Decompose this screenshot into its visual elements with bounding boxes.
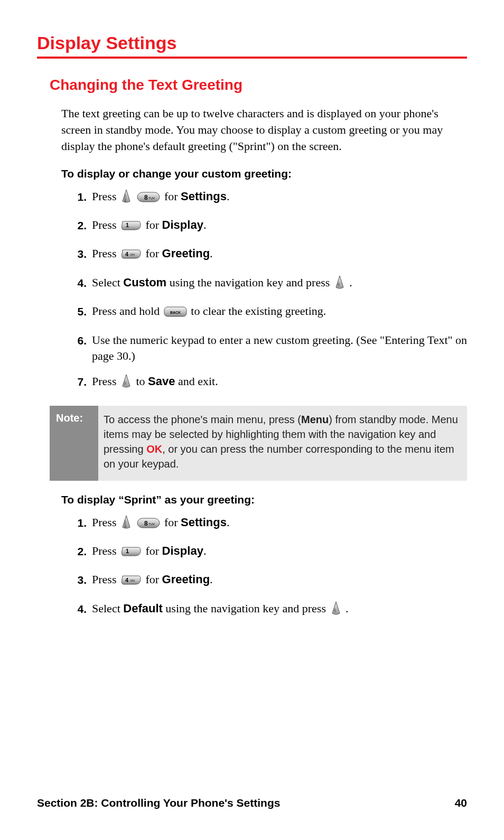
step-text: for <box>145 247 162 260</box>
key-8-icon: 8TUV <box>137 191 160 208</box>
step-target: Greeting <box>162 573 210 586</box>
step-number: 5. <box>71 303 87 320</box>
step-text: for <box>164 190 181 203</box>
step-text: Press and hold <box>92 304 163 318</box>
svg-text:4: 4 <box>125 577 129 583</box>
svg-text:BACK: BACK <box>170 311 181 314</box>
step-text: for <box>145 573 162 586</box>
step-text: to <box>136 375 148 388</box>
step-target: Settings <box>181 190 227 203</box>
key-4-icon: 4GHI <box>120 248 142 265</box>
step-target: Display <box>162 218 203 231</box>
step-word: Save <box>148 375 175 388</box>
step-text: Press <box>92 573 119 586</box>
step-text: using the navigation key and press <box>170 276 333 289</box>
step-number: 3. <box>71 572 87 589</box>
svg-text:OK: OK <box>333 608 337 612</box>
svg-text:MENU: MENU <box>124 520 127 528</box>
menu-key-icon: MENU <box>120 515 132 534</box>
step-target: Settings <box>181 516 227 529</box>
lead-custom: To display or change your custom greetin… <box>61 167 467 180</box>
steps-sprint: 1. Press MENU 8TUV for Settings. 2. Pres… <box>61 515 467 620</box>
ok-key-icon: OK <box>330 601 342 620</box>
step-word: Default <box>123 602 163 615</box>
ok-key-icon: OK <box>334 275 346 294</box>
step-1: 1. Press MENU 8TUV for Settings. <box>71 515 467 534</box>
step-text: Press <box>92 516 119 529</box>
svg-text:8: 8 <box>144 194 148 201</box>
section-subtitle: Changing the Text Greeting <box>50 77 467 94</box>
intro-text: The text greeting can be up to twelve ch… <box>61 105 467 155</box>
step-number: 7. <box>71 374 87 390</box>
step-text: Select <box>92 602 123 615</box>
page-number: 40 <box>455 797 467 809</box>
svg-text:1: 1 <box>126 222 129 228</box>
step-6: 6. Use the numeric keypad to enter a new… <box>71 332 467 365</box>
step-text: Press <box>92 218 119 231</box>
step-word: Custom <box>123 276 166 289</box>
key-1-icon: 1 <box>120 545 142 562</box>
menu-key-icon: MENU <box>120 189 132 208</box>
step-number: 2. <box>71 543 87 560</box>
step-2: 2. Press 1 for Display. <box>71 217 467 236</box>
svg-text:1: 1 <box>126 548 129 554</box>
note-label: Note: <box>50 406 98 481</box>
svg-text:TUV: TUV <box>148 197 155 200</box>
step-number: 4. <box>71 601 87 618</box>
step-number: 2. <box>71 217 87 234</box>
step-text: Press <box>92 247 119 260</box>
note-box: Note: To access the phone's main menu, p… <box>50 406 467 481</box>
footer-section: Section 2B: Controlling Your Phone's Set… <box>37 797 280 809</box>
step-1: 1. Press MENU 8TUV for Settings. <box>71 189 467 208</box>
step-text: for <box>164 516 181 529</box>
step-text: and exit. <box>178 375 218 388</box>
step-number: 3. <box>71 246 87 263</box>
step-number: 6. <box>71 332 87 349</box>
step-7: 7. Press OK to Save and exit. <box>71 374 467 393</box>
step-text: Use the numeric keypad to enter a new cu… <box>92 333 467 362</box>
step-text: Select <box>92 276 123 289</box>
step-3: 3. Press 4GHI for Greeting. <box>71 572 467 591</box>
step-target: Display <box>162 544 203 557</box>
svg-text:OK: OK <box>124 381 127 385</box>
step-2: 2. Press 1 for Display. <box>71 543 467 562</box>
svg-text:TUV: TUV <box>148 522 155 526</box>
step-text: for <box>145 544 162 557</box>
note-text: To access the phone's main menu, press (… <box>98 406 467 481</box>
title-rule <box>37 57 467 59</box>
svg-text:MENU: MENU <box>124 194 127 202</box>
step-text: to clear the existing greeting. <box>191 304 326 318</box>
step-5: 5. Press and hold BACK to clear the exis… <box>71 303 467 322</box>
step-3: 3. Press 4GHI for Greeting. <box>71 246 467 265</box>
svg-text:8: 8 <box>144 520 148 527</box>
step-4: 4. Select Default using the navigation k… <box>71 601 467 620</box>
steps-custom: 1. Press MENU 8TUV for Settings. 2. Pres… <box>61 189 467 393</box>
key-1-icon: 1 <box>120 219 142 236</box>
step-number: 1. <box>71 189 87 206</box>
key-4-icon: 4GHI <box>120 574 142 591</box>
back-key-icon: BACK <box>164 305 187 322</box>
step-number: 1. <box>71 515 87 531</box>
svg-text:OK: OK <box>337 282 340 286</box>
page-title: Display Settings <box>37 33 467 53</box>
step-text: for <box>145 218 162 231</box>
lead-sprint: To display “Sprint” as your greeting: <box>61 493 467 506</box>
step-4: 4. Select Custom using the navigation ke… <box>71 275 467 294</box>
svg-text:4: 4 <box>125 251 129 257</box>
step-text: Press <box>92 190 119 203</box>
svg-text:GHI: GHI <box>130 253 135 256</box>
key-8-icon: 8TUV <box>137 517 160 534</box>
step-text: using the navigation key and press <box>165 602 329 615</box>
step-text: Press <box>92 375 119 388</box>
footer: Section 2B: Controlling Your Phone's Set… <box>37 797 467 809</box>
step-number: 4. <box>71 275 87 292</box>
step-target: Greeting <box>162 247 210 260</box>
step-text: Press <box>92 544 119 557</box>
svg-text:GHI: GHI <box>130 579 135 582</box>
ok-key-icon: OK <box>120 374 132 393</box>
